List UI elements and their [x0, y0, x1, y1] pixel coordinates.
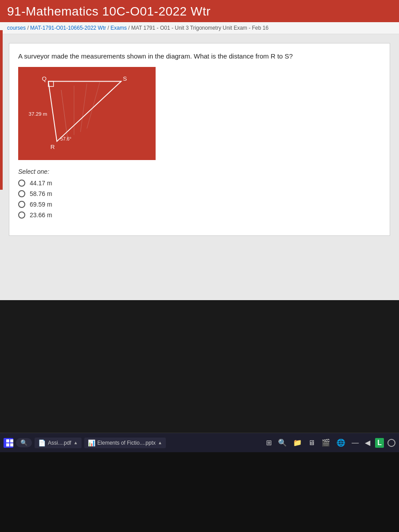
angle-label: 57.6° — [60, 136, 71, 141]
radio-option-3[interactable]: 69.59 m — [18, 201, 381, 208]
edge-icon[interactable]: 🌐 — [335, 438, 347, 448]
monitor-icon[interactable]: 🖥 — [307, 438, 317, 448]
radio-option-4[interactable]: 23.66 m — [18, 211, 381, 219]
search-icon: 🔍 — [20, 439, 27, 446]
breadcrumb-current: MAT 1791 - O01 - Unit 3 Trigonometry Uni… — [131, 25, 269, 31]
diagram-container: Q S R 37.29 m 57.6° — [18, 67, 156, 160]
select-one-label: Select one: — [18, 168, 381, 175]
left-edge-bar — [0, 30, 3, 190]
taskbar: 🔍 📄 Assi....pdf ▲ 📊 Elements of Fictio..… — [0, 433, 399, 452]
header-bar: 91-Mathematics 10C-O01-2022 Wtr — [0, 0, 399, 22]
breadcrumb-courses[interactable]: courses — [7, 25, 26, 31]
windows-button[interactable] — [4, 438, 13, 448]
taskbar-search[interactable]: 🔍 — [16, 438, 32, 447]
pdf-chevron-up[interactable]: ▲ — [74, 440, 78, 445]
radio-label-2: 58.76 m — [30, 190, 52, 197]
main-content: A surveyor made the measurements shown i… — [0, 34, 399, 300]
breadcrumb-exams[interactable]: Exams — [110, 25, 127, 31]
windows-grid-icon[interactable]: ⊞ — [265, 438, 273, 448]
side-length-label: 37.29 m — [29, 111, 47, 117]
pdf-icon: 📄 — [38, 439, 46, 446]
vertex-s-label: S — [123, 75, 127, 82]
chevron-left-icon[interactable]: ◀ — [364, 438, 372, 448]
video-icon[interactable]: 🎬 — [320, 438, 332, 448]
taskbar-left: 🔍 📄 Assi....pdf ▲ 📊 Elements of Fictio..… — [4, 438, 166, 448]
radio-label-4: 23.66 m — [30, 211, 52, 219]
pdf-label: Assi....pdf — [48, 440, 71, 446]
breadcrumb: courses / MAT-1791-O01-10665-2022 Wtr / … — [0, 22, 399, 34]
radio-circle-2[interactable] — [18, 190, 25, 197]
pptx-chevron-up[interactable]: ▲ — [158, 440, 162, 445]
svg-line-2 — [61, 90, 68, 139]
letter-l-icon: L — [375, 438, 384, 448]
pptx-label: Elements of Fictio....pptx — [98, 440, 156, 446]
svg-line-5 — [87, 82, 100, 128]
svg-marker-0 — [48, 82, 121, 141]
vertex-r-label: R — [51, 144, 55, 150]
taskbar-right: ⊞ 🔍 📁 🖥 🎬 🌐 — ◀ L — [265, 438, 395, 448]
search-sys-icon[interactable]: 🔍 — [277, 438, 288, 448]
taskbar-pdf-item[interactable]: 📄 Assi....pdf ▲ — [35, 438, 82, 448]
page-title: 91-Mathematics 10C-O01-2022 Wtr — [7, 4, 392, 19]
radio-label-1: 44.17 m — [30, 180, 52, 187]
radio-label-3: 69.59 m — [30, 201, 52, 208]
question-text: A surveyor made the measurements shown i… — [18, 52, 381, 60]
radio-circle-3[interactable] — [18, 201, 25, 208]
file-icon[interactable]: 📁 — [292, 438, 303, 448]
radio-options: 44.17 m 58.76 m 69.59 m 23.66 m — [18, 180, 381, 219]
minus-icon[interactable]: — — [350, 438, 360, 448]
vertex-q-label: Q — [42, 75, 47, 82]
radio-circle-4[interactable] — [18, 211, 25, 219]
question-card: A surveyor made the measurements shown i… — [9, 43, 390, 236]
circle-icon[interactable] — [387, 439, 395, 447]
radio-option-1[interactable]: 44.17 m — [18, 180, 381, 187]
pptx-icon: 📊 — [88, 439, 95, 446]
diagram-svg: Q S R 37.29 m 57.6° — [23, 71, 151, 156]
radio-circle-1[interactable] — [18, 180, 25, 187]
dark-bottom — [0, 452, 399, 532]
svg-line-4 — [81, 83, 87, 132]
radio-option-2[interactable]: 58.76 m — [18, 190, 381, 197]
taskbar-pptx-item[interactable]: 📊 Elements of Fictio....pptx ▲ — [84, 438, 166, 448]
breadcrumb-course[interactable]: MAT-1791-O01-10665-2022 Wtr — [30, 25, 106, 31]
